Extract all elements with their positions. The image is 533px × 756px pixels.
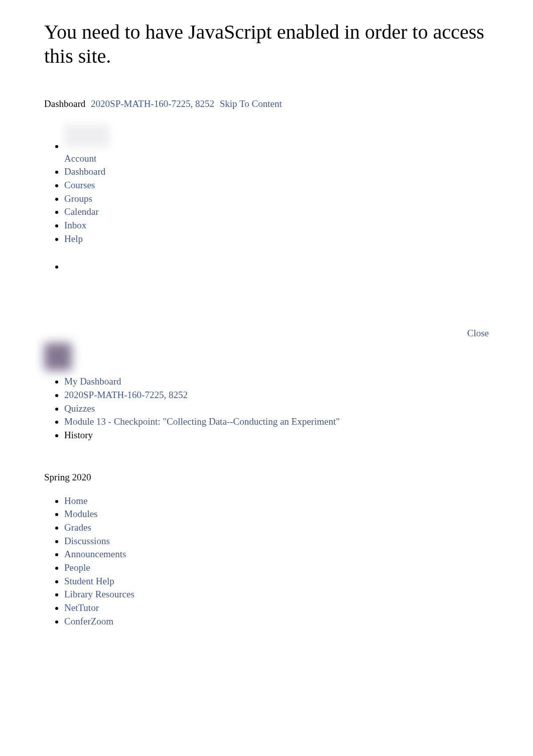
breadcrumb-list: My Dashboard 2020SP-MATH-160-7225, 8252 …: [0, 375, 533, 441]
course-nav-conferzoom[interactable]: ConferZoom: [64, 616, 113, 626]
breadcrumb-quiz-title[interactable]: Module 13 - Checkpoint: "Collecting Data…: [64, 416, 340, 427]
term-label: Spring 2020: [44, 472, 533, 483]
skip-to-content-link[interactable]: Skip To Content: [220, 98, 282, 109]
course-nav-announcements[interactable]: Announcements: [64, 549, 126, 559]
nav-dashboard-link[interactable]: Dashboard: [64, 166, 105, 177]
global-nav: Account Dashboard Courses Groups Calenda…: [44, 124, 489, 273]
dashboard-label: Dashboard: [44, 98, 85, 109]
course-nav-home[interactable]: Home: [64, 495, 87, 506]
course-nav-library-resources[interactable]: Library Resources: [64, 589, 135, 599]
course-nav-student-help[interactable]: Student Help: [64, 576, 114, 586]
breadcrumb-my-dashboard[interactable]: My Dashboard: [64, 376, 121, 387]
breadcrumb-history: History: [64, 430, 93, 440]
nav-account-link[interactable]: Account: [64, 153, 96, 164]
nav-empty-item: [64, 261, 489, 273]
top-breadcrumb: Dashboard 2020SP-MATH-160-7225, 8252 Ski…: [44, 98, 489, 109]
institution-logo-icon: [44, 343, 72, 370]
course-nav-modules[interactable]: Modules: [64, 509, 98, 519]
breadcrumb-course[interactable]: 2020SP-MATH-160-7225, 8252: [64, 390, 188, 400]
nav-calendar-link[interactable]: Calendar: [64, 206, 99, 217]
nav-account-item: Account: [64, 124, 489, 165]
js-warning-heading: You need to have JavaScript enabled in o…: [44, 20, 489, 68]
nav-help-link[interactable]: Help: [64, 233, 83, 244]
breadcrumb-quizzes[interactable]: Quizzes: [64, 403, 95, 414]
course-nav-people[interactable]: People: [64, 562, 90, 573]
course-nav-discussions[interactable]: Discussions: [64, 536, 110, 546]
nav-courses-link[interactable]: Courses: [64, 180, 95, 190]
nav-inbox-link[interactable]: Inbox: [64, 220, 86, 230]
nav-groups-link[interactable]: Groups: [64, 193, 92, 204]
course-nav: Home Modules Grades Discussions Announce…: [0, 495, 533, 628]
avatar-icon: [64, 124, 109, 147]
close-link[interactable]: Close: [467, 328, 489, 338]
course-nav-grades[interactable]: Grades: [64, 522, 91, 533]
course-nav-nettutor[interactable]: NetTutor: [64, 602, 99, 613]
course-link-top[interactable]: 2020SP-MATH-160-7225, 8252: [91, 98, 214, 109]
